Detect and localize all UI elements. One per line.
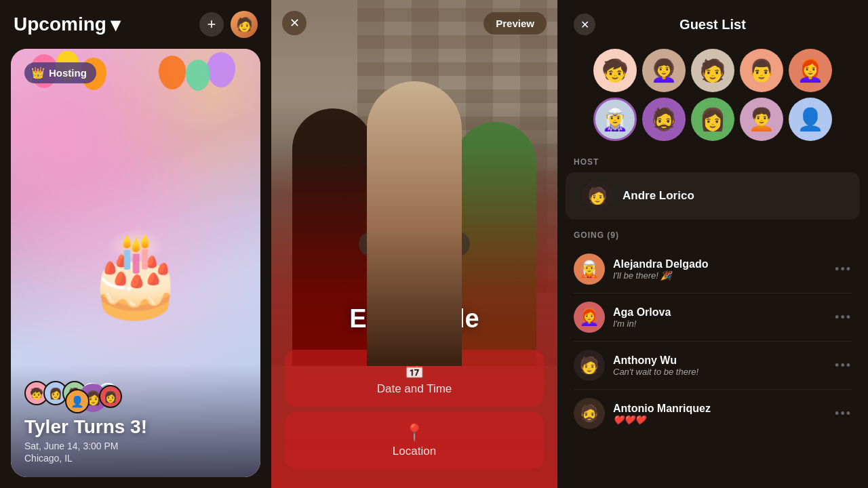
guest-name: Alejandra Delgado: [613, 258, 827, 270]
guest-avatar-aga: 👩‍🦰: [574, 302, 605, 333]
host-row: 🧑 Andre Lorico: [566, 172, 860, 220]
guest-name: Antonio Manriquez: [613, 403, 827, 415]
list-item[interactable]: 🧔 Antonio Manriquez ❤️❤️❤️ •••: [566, 390, 860, 437]
guest-list-title: Guest List: [679, 17, 746, 33]
guest-avatar-alejandra: 🧝: [574, 253, 605, 285]
location-icon: 📍: [404, 423, 425, 442]
grid-avatar-6[interactable]: 🧝‍♀️: [593, 98, 637, 141]
guest-status: I'm in!: [613, 319, 827, 329]
guest-info-antonio: Antonio Manriquez ❤️❤️❤️: [613, 403, 827, 425]
grid-avatar-10[interactable]: 👤: [789, 98, 832, 141]
grid-avatar-1[interactable]: 🧒: [593, 49, 637, 92]
guest-avatars-grid: 🧒 👩‍🦱 🧑 👨 👩‍🦰 🧝‍♀️ 🧔 👩 🧑‍🦱 👤: [557, 49, 868, 152]
left-header: Upcoming ▾ + 🧑: [0, 0, 271, 49]
guest-avatars-row: 🧒 👩 🧑 RW JL 👩 👤 👩: [24, 378, 247, 408]
list-item[interactable]: 🧝 Alejandra Delgado I'll be there! 🎉 •••: [566, 245, 860, 293]
left-panel: Upcoming ▾ + 🧑 🎂 👑 Hosting: [0, 0, 271, 488]
guest-status: I'll be there! 🎉: [613, 270, 827, 281]
guest-list-header: ✕ Guest List: [557, 0, 868, 49]
guest-name: Aga Orlova: [613, 306, 827, 319]
more-options-icon[interactable]: •••: [835, 407, 852, 421]
grid-avatar-8[interactable]: 👩: [691, 98, 734, 141]
grid-avatar-3[interactable]: 🧑: [691, 49, 734, 92]
event-card[interactable]: 🎂 👑 Hosting 🧒 👩 🧑 RW JL 👩 👤 👩 Tyler Turn…: [11, 49, 260, 477]
grid-avatar-2[interactable]: 👩‍🦱: [642, 49, 686, 92]
host-name: Andre Lorico: [623, 189, 694, 203]
guest-avatar-anthony: 🧑: [574, 350, 605, 381]
guest-info-aga: Aga Orlova I'm in!: [613, 306, 827, 329]
event-card-bottom: 🧒 👩 🧑 RW JL 👩 👤 👩 Tyler Turns 3! Sat, Ju…: [11, 365, 260, 477]
guest-list-close[interactable]: ✕: [574, 14, 595, 35]
guest-list: 🧝 Alejandra Delgado I'll be there! 🎉 •••…: [557, 245, 868, 488]
hosting-label: Hosting: [49, 67, 87, 79]
grid-avatar-4[interactable]: 👨: [740, 49, 783, 92]
event-card-title: Tyler Turns 3!: [24, 416, 247, 438]
grid-avatar-5[interactable]: 👩‍🦰: [789, 49, 832, 92]
guest-status: ❤️❤️❤️: [613, 415, 827, 425]
grid-avatar-7[interactable]: 🧔: [642, 98, 686, 141]
datetime-label: Date and Time: [377, 382, 452, 396]
chevron-down-icon[interactable]: ▾: [111, 14, 120, 36]
person-silhouette-2: [367, 81, 462, 366]
crown-icon: 👑: [31, 66, 45, 79]
close-button[interactable]: ✕: [282, 11, 307, 35]
guest-avatar-antonio: 🧔: [574, 398, 605, 429]
cake-image: 🎂: [54, 206, 217, 342]
more-options-icon[interactable]: •••: [835, 359, 852, 373]
guest-info-anthony: Anthony Wu Can't wait to be there!: [613, 354, 827, 377]
more-options-icon[interactable]: •••: [835, 262, 852, 277]
grid-avatar-9[interactable]: 🧑‍🦱: [740, 98, 783, 141]
user-avatar[interactable]: 🧑: [231, 11, 258, 38]
event-fields: 📅 Date and Time 📍 Location: [285, 350, 544, 474]
going-section-label: GOING (9): [557, 225, 868, 245]
event-card-location: Chicago, IL: [24, 453, 247, 464]
middle-panel: ✕ Preview Edit Background Event Title 📅 …: [271, 0, 557, 488]
guest-avatar-4: 👤: [65, 389, 90, 413]
guest-name: Anthony Wu: [613, 354, 827, 367]
hosting-badge: 👑 Hosting: [24, 62, 96, 83]
guest-info-alejandra: Alejandra Delgado I'll be there! 🎉: [613, 258, 827, 281]
add-event-button[interactable]: +: [199, 12, 224, 37]
guest-status: Can't wait to be there!: [613, 367, 827, 377]
event-card-date: Sat, June 14, 3:00 PM: [24, 441, 247, 451]
location-label: Location: [393, 445, 436, 458]
left-header-title[interactable]: Upcoming ▾: [14, 14, 120, 36]
middle-header: ✕ Preview: [282, 11, 547, 35]
list-item[interactable]: 🧑 Anthony Wu Can't wait to be there! •••: [566, 342, 860, 389]
list-item[interactable]: 👩‍🦰 Aga Orlova I'm in! •••: [566, 293, 860, 341]
header-actions: + 🧑: [199, 11, 258, 38]
more-options-icon[interactable]: •••: [835, 310, 852, 325]
location-field[interactable]: 📍 Location: [285, 412, 544, 469]
upcoming-title: Upcoming: [14, 14, 106, 35]
host-avatar: 🧑: [582, 180, 613, 211]
host-section-label: HOST: [557, 152, 868, 172]
preview-button[interactable]: Preview: [484, 12, 547, 35]
right-panel: ✕ Guest List 🧒 👩‍🦱 🧑 👨 👩‍🦰 🧝‍♀️ 🧔 👩 🧑‍🦱 …: [557, 0, 868, 488]
guest-avatar-5: 👩: [99, 385, 122, 408]
